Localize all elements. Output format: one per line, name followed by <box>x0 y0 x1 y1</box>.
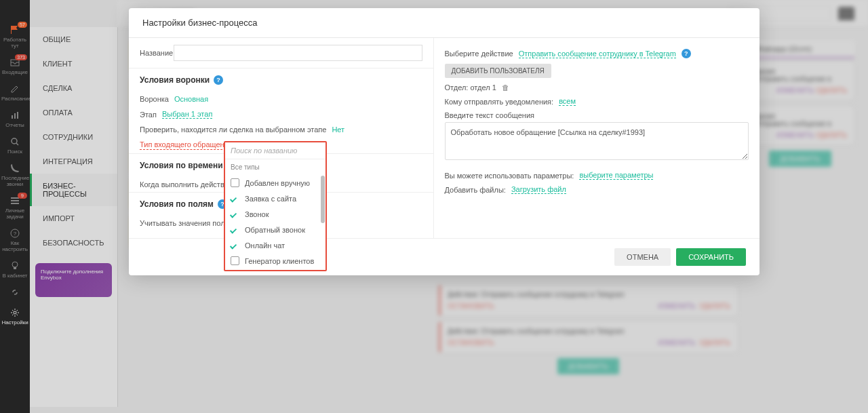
funnel-label: Воронка <box>140 95 169 103</box>
check-label: Проверить, находится ли сделка на выбран… <box>140 125 326 134</box>
save-button[interactable]: СОХРАНИТЬ <box>676 248 746 266</box>
funnel-value[interactable]: Основная <box>174 95 208 103</box>
message-textarea[interactable] <box>445 122 749 160</box>
dept-label: Отдел: отдел 1 <box>445 83 496 92</box>
who-label: Кому отправлять уведомления: <box>445 98 554 106</box>
modal-right: Выберите действие Отправить сообщение со… <box>434 38 760 238</box>
check-value[interactable]: Нет <box>332 125 344 134</box>
dropdown-item[interactable]: Квизы <box>225 269 326 270</box>
dropdown-item[interactable]: Заявка с сайта <box>225 191 326 206</box>
cancel-button[interactable]: ОТМЕНА <box>614 248 671 266</box>
dropdown-item[interactable]: Звонок <box>225 206 326 222</box>
help-icon[interactable]: ? <box>214 75 223 85</box>
name-input[interactable] <box>174 45 422 61</box>
dropdown-item[interactable]: Обратный звонок <box>225 222 326 237</box>
dropdown-item[interactable]: Генератор клиентов <box>225 253 326 269</box>
files-link[interactable]: Загрузить файл <box>511 185 566 194</box>
checkmark-icon <box>231 225 239 234</box>
dropdown-item[interactable]: Онлайн чат <box>225 237 326 253</box>
dropdown-item[interactable]: Добавлен вручную <box>225 175 326 191</box>
checkmark-icon <box>231 210 239 218</box>
checkmark-icon <box>231 194 239 203</box>
action-label: Выберите действие <box>445 50 513 58</box>
who-value[interactable]: всем <box>559 97 576 106</box>
consider-label: Учитывать значения полей <box>140 219 233 227</box>
type-label: Тип входящего обращения <box>140 140 233 150</box>
modal-title: Настройки бизнес-процесса <box>129 8 760 38</box>
params-link[interactable]: выберите параметры <box>579 171 653 180</box>
action-value[interactable]: Отправить сообщение сотруднику в Telegra… <box>519 50 676 58</box>
stage-value[interactable]: Выбран 1 этап <box>162 110 212 119</box>
add-user-button[interactable]: ДОБАВИТЬ ПОЛЬЗОВАТЕЛЯ <box>445 64 551 78</box>
dropdown-search-input[interactable] <box>225 142 326 159</box>
checkbox-icon <box>231 178 239 187</box>
files-label: Добавить файлы: <box>445 186 506 194</box>
checkbox-icon <box>231 256 239 265</box>
trash-icon[interactable]: 🗑 <box>502 83 509 92</box>
name-label: Название <box>140 49 174 57</box>
checkmark-icon <box>231 241 239 250</box>
msg-label: Введите текст сообщения <box>445 111 535 119</box>
scrollbar[interactable] <box>321 176 325 223</box>
help-icon[interactable]: ? <box>682 49 691 58</box>
stage-label: Этап <box>140 111 157 119</box>
when-label: Когда выполнить действие <box>140 180 233 189</box>
type-dropdown: Все типы Добавлен вручную Заявка с сайта… <box>224 141 327 271</box>
dropdown-all-types[interactable]: Все типы <box>225 159 326 175</box>
funnel-section-header: Условия воронки ? <box>129 68 433 92</box>
params-label: Вы можете использовать параметры: <box>445 172 574 180</box>
dropdown-list[interactable]: Добавлен вручную Заявка с сайта Звонок О… <box>225 175 326 270</box>
